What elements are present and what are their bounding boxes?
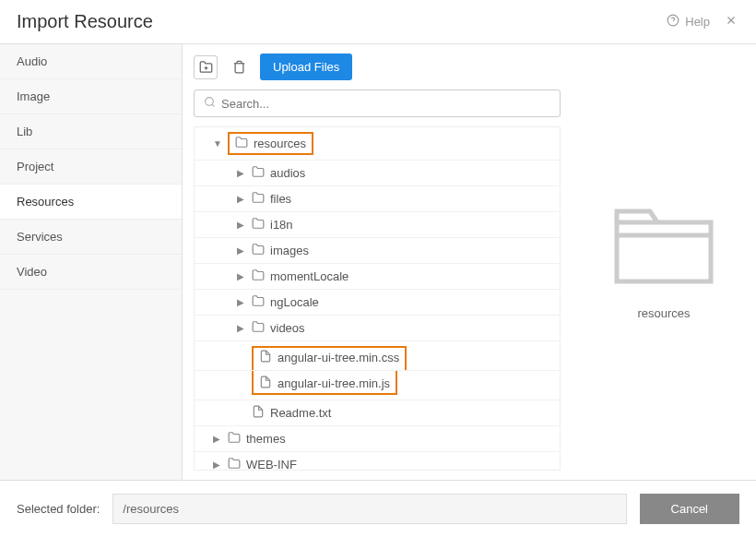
highlighted-item: angular-ui-tree.min.js	[252, 371, 397, 395]
chevron-down-icon[interactable]: ▼	[213, 138, 222, 149]
upload-files-button[interactable]: Upload Files	[260, 54, 352, 80]
file-icon	[252, 405, 265, 421]
file-icon	[259, 350, 272, 365]
sidebar-item-audio[interactable]: Audio	[0, 44, 182, 79]
folder-icon	[252, 243, 265, 258]
tree-item-label: Readme.txt	[270, 406, 331, 420]
chevron-right-icon[interactable]: ▶	[237, 297, 246, 307]
chevron-right-icon[interactable]: ▶	[237, 271, 246, 281]
tree-item-label: videos	[270, 321, 305, 335]
delete-button[interactable]	[227, 55, 251, 79]
tree-row[interactable]: ▶images	[195, 238, 560, 264]
file-tree: ▼resources▶audios▶files▶i18n▶images▶mome…	[194, 126, 561, 471]
tree-item-label: WEB-INF	[246, 458, 297, 471]
file-icon	[259, 376, 272, 391]
folder-icon	[235, 136, 248, 151]
tree-row[interactable]: ▶momentLocale	[195, 264, 560, 290]
new-folder-button[interactable]	[194, 55, 218, 79]
svg-line-7	[212, 104, 214, 106]
help-label: Help	[685, 15, 710, 29]
dialog-footer: Selected folder: Cancel	[0, 480, 756, 537]
tree-item-label: momentLocale	[270, 269, 348, 283]
help-icon	[667, 14, 679, 30]
tree-item-label: images	[270, 244, 309, 257]
tree-row[interactable]: ▶ngLocale	[195, 290, 560, 316]
highlighted-item: angular-ui-tree.min.css	[252, 346, 407, 370]
trash-icon	[232, 60, 246, 74]
sidebar-item-resources[interactable]: Resources	[0, 185, 182, 220]
tree-row[interactable]: ▶themes	[195, 426, 560, 452]
tree-row[interactable]: Readme.txt	[195, 400, 560, 426]
sidebar-item-lib[interactable]: Lib	[0, 114, 182, 149]
preview-panel: resources	[572, 44, 756, 480]
folder-icon	[252, 165, 265, 181]
tree-row[interactable]: ▶files	[195, 186, 560, 212]
tree-item-label: audios	[270, 166, 305, 180]
chevron-right-icon[interactable]: ▶	[237, 220, 246, 230]
selected-folder-label: Selected folder:	[17, 502, 100, 516]
tree-item-label: themes	[246, 432, 286, 446]
chevron-right-icon[interactable]: ▶	[213, 459, 222, 470]
chevron-right-icon[interactable]: ▶	[237, 323, 246, 333]
tree-row[interactable]: ▼resources	[195, 127, 560, 161]
toolbar: Upload Files	[194, 54, 561, 80]
folder-preview-icon	[613, 204, 715, 288]
search-box[interactable]	[194, 90, 561, 117]
tree-row[interactable]: angular-ui-tree.min.css	[195, 341, 560, 371]
close-icon	[725, 14, 738, 27]
folder-icon	[252, 320, 265, 336]
sidebar-item-image[interactable]: Image	[0, 79, 182, 114]
file-browser: Upload Files ▼resources▶audios▶files▶i18…	[183, 44, 572, 480]
folder-icon	[228, 431, 241, 447]
sidebar-item-video[interactable]: Video	[0, 255, 182, 290]
tree-item-label: angular-ui-tree.min.js	[278, 376, 390, 390]
sidebar-item-services[interactable]: Services	[0, 220, 182, 255]
chevron-right-icon[interactable]: ▶	[237, 245, 246, 256]
dialog-header: Import Resource Help	[0, 0, 756, 44]
svg-point-6	[206, 98, 214, 106]
chevron-right-icon[interactable]: ▶	[237, 194, 246, 204]
tree-row[interactable]: angular-ui-tree.min.js	[195, 371, 560, 400]
highlighted-item: resources	[228, 132, 313, 155]
category-sidebar: AudioImageLibProjectResourcesServicesVid…	[0, 44, 183, 480]
main-area: AudioImageLibProjectResourcesServicesVid…	[0, 44, 756, 480]
tree-item-label: resources	[254, 137, 306, 150]
folder-icon	[252, 294, 265, 310]
header-actions: Help	[667, 12, 739, 31]
tree-row[interactable]: ▶videos	[195, 316, 560, 341]
sidebar-item-project[interactable]: Project	[0, 149, 182, 185]
folder-icon	[228, 457, 241, 471]
cancel-button[interactable]: Cancel	[640, 494, 739, 524]
folder-icon	[252, 268, 265, 284]
tree-row[interactable]: ▶WEB-INF	[195, 452, 560, 471]
folder-icon	[252, 217, 265, 233]
search-icon	[204, 96, 216, 111]
close-button[interactable]	[723, 12, 739, 31]
chevron-right-icon[interactable]: ▶	[213, 434, 222, 444]
dialog-title: Import Resource	[17, 11, 153, 32]
folder-icon	[252, 191, 265, 207]
tree-item-label: files	[270, 192, 291, 206]
selected-folder-path[interactable]	[112, 494, 626, 524]
tree-row[interactable]: ▶audios	[195, 161, 560, 186]
chevron-right-icon[interactable]: ▶	[237, 168, 246, 178]
tree-item-label: i18n	[270, 218, 293, 232]
tree-item-label: angular-ui-tree.min.css	[278, 351, 399, 364]
new-folder-icon	[199, 60, 213, 74]
search-input[interactable]	[221, 97, 550, 111]
tree-item-label: ngLocale	[270, 295, 319, 309]
help-link[interactable]: Help	[667, 14, 710, 30]
preview-label: resources	[637, 306, 690, 320]
tree-row[interactable]: ▶i18n	[195, 212, 560, 238]
